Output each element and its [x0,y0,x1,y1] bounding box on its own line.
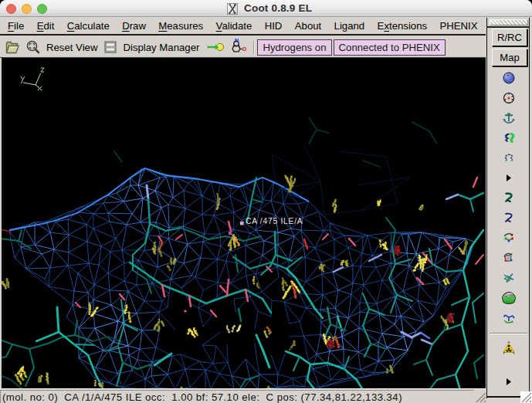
svg-text:Side: Side [504,293,512,297]
svg-text:O: O [242,46,246,52]
svg-text:N: N [235,39,239,43]
svg-text:CA /475 ILE/A: CA /475 ILE/A [246,217,303,225]
